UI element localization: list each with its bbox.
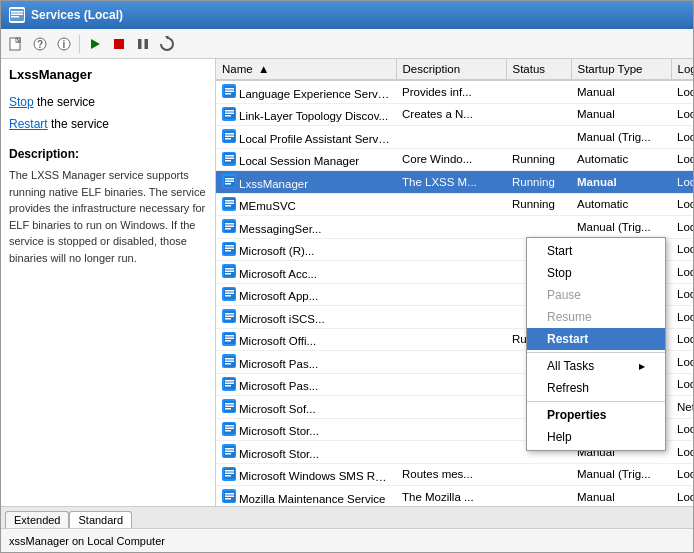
- service-startup-cell: Manual: [571, 486, 671, 507]
- service-status-cell: Running: [506, 171, 571, 194]
- file-toolbar-btn[interactable]: [5, 33, 27, 55]
- context-menu-item-refresh[interactable]: Refresh: [527, 377, 665, 399]
- table-row[interactable]: LxssManagerThe LXSS M...RunningManualLoc: [216, 171, 693, 194]
- col-header-startup[interactable]: Startup Type: [571, 59, 671, 80]
- service-name-cell: Microsoft Pas...: [216, 373, 396, 396]
- service-desc-cell: [396, 328, 506, 351]
- context-menu-item-stop[interactable]: Stop: [527, 262, 665, 284]
- context-menu-item-label: Restart: [547, 332, 588, 346]
- tab-standard[interactable]: Standard: [69, 511, 132, 529]
- svg-rect-36: [225, 200, 234, 202]
- context-menu-item-label: Properties: [547, 408, 606, 422]
- tab-extended[interactable]: Extended: [5, 511, 69, 528]
- context-menu-item-label: Resume: [547, 310, 592, 324]
- context-menu-item-label: All Tasks: [547, 359, 594, 373]
- service-startup-cell: Automatic: [571, 148, 671, 171]
- service-log-cell: Loc: [671, 126, 693, 149]
- table-row[interactable]: Link-Layer Topology Discov...Creates a N…: [216, 103, 693, 126]
- table-row[interactable]: Local Profile Assistant ServiceManual (T…: [216, 126, 693, 149]
- table-scroll[interactable]: Name ▲ Description Status Startup Type: [216, 59, 693, 506]
- info-toolbar-btn[interactable]: i: [53, 33, 75, 55]
- stop-link[interactable]: Stop: [9, 95, 34, 109]
- service-log-cell: Loc: [671, 80, 693, 103]
- service-desc-cell: [396, 238, 506, 261]
- pause-toolbar-btn[interactable]: [132, 33, 154, 55]
- description-title: Description:: [9, 147, 207, 161]
- service-name-cell: LxssManager: [216, 171, 396, 194]
- service-name-cell: Microsoft Pas...: [216, 351, 396, 374]
- service-desc-cell: [396, 418, 506, 441]
- svg-rect-81: [225, 450, 234, 452]
- service-log-cell: Loc: [671, 148, 693, 171]
- service-icon: [222, 467, 236, 481]
- service-status-cell: Running: [506, 193, 571, 216]
- service-name-cell: Microsoft Stor...: [216, 441, 396, 464]
- context-menu-item-label: Pause: [547, 288, 581, 302]
- table-row[interactable]: Microsoft Windows SMS Ro...Routes mes...…: [216, 463, 693, 486]
- service-name-text: Local Profile Assistant Service: [239, 133, 393, 145]
- service-name-cell: Local Profile Assistant Service: [216, 126, 396, 149]
- context-menu-item-help[interactable]: Help: [527, 426, 665, 448]
- service-name-cell: Microsoft iSCS...: [216, 306, 396, 329]
- svg-rect-32: [225, 178, 234, 180]
- submenu-arrow-icon: ▶: [639, 362, 645, 371]
- col-header-description[interactable]: Description: [396, 59, 506, 80]
- service-status-cell: [506, 486, 571, 507]
- svg-rect-76: [225, 425, 234, 427]
- service-icon: [222, 174, 236, 188]
- service-name-cell: MEmuSVC: [216, 193, 396, 216]
- svg-rect-72: [225, 403, 234, 405]
- service-icon: [222, 84, 236, 98]
- service-log-cell: Loc: [671, 103, 693, 126]
- context-menu-item-label: Start: [547, 244, 572, 258]
- context-menu-separator: [527, 352, 665, 353]
- context-menu-item-properties[interactable]: Properties: [527, 404, 665, 426]
- svg-rect-70: [225, 385, 231, 387]
- stop-toolbar-btn[interactable]: [108, 33, 130, 55]
- table-row[interactable]: Language Experience ServiceProvides inf.…: [216, 80, 693, 103]
- svg-rect-25: [225, 135, 234, 137]
- service-name-text: Microsoft (R)...: [239, 245, 314, 257]
- sidebar: LxssManager Stop the service Restart the…: [1, 59, 216, 506]
- service-icon: [222, 219, 236, 233]
- context-menu-item-restart[interactable]: Restart: [527, 328, 665, 350]
- play-toolbar-btn[interactable]: [84, 33, 106, 55]
- service-log-cell: Net: [671, 396, 693, 419]
- service-icon: [222, 107, 236, 121]
- context-menu-item-start[interactable]: Start: [527, 240, 665, 262]
- context-menu-item-all-tasks[interactable]: All Tasks▶: [527, 355, 665, 377]
- restart-link[interactable]: Restart: [9, 117, 48, 131]
- table-row[interactable]: MessagingSer...Manual (Trig...Loc: [216, 216, 693, 239]
- svg-rect-40: [225, 223, 234, 225]
- service-name-text: Microsoft Windows SMS Ro...: [239, 470, 391, 482]
- service-log-cell: Loc: [671, 238, 693, 261]
- service-name-cell: Microsoft Offi...: [216, 328, 396, 351]
- service-name-text: Microsoft iSCS...: [239, 313, 325, 325]
- service-startup-cell: Manual: [571, 103, 671, 126]
- service-icon: [222, 422, 236, 436]
- context-menu: StartStopPauseResumeRestartAll Tasks▶Ref…: [526, 237, 666, 451]
- svg-rect-45: [225, 248, 234, 250]
- col-header-name[interactable]: Name ▲: [216, 59, 396, 80]
- col-header-log[interactable]: Log ...: [671, 59, 693, 80]
- table-row[interactable]: Local Session ManagerCore Windo...Runnin…: [216, 148, 693, 171]
- svg-rect-33: [225, 180, 234, 182]
- service-status-cell: [506, 80, 571, 103]
- service-icon: [222, 287, 236, 301]
- col-header-status[interactable]: Status: [506, 59, 571, 80]
- service-name-text: MEmuSVC: [239, 200, 296, 212]
- service-name-cell: MessagingSer...: [216, 216, 396, 239]
- service-startup-cell: Manual: [571, 171, 671, 194]
- restart-toolbar-btn[interactable]: [156, 33, 178, 55]
- table-row[interactable]: MEmuSVCRunningAutomaticLoc: [216, 193, 693, 216]
- title-bar: Services (Local): [1, 1, 693, 29]
- question-toolbar-btn[interactable]: ?: [29, 33, 51, 55]
- svg-rect-80: [225, 448, 234, 450]
- svg-rect-11: [114, 39, 124, 49]
- service-name-cell: Microsoft (R)...: [216, 238, 396, 261]
- svg-rect-68: [225, 380, 234, 382]
- service-icon: [222, 197, 236, 211]
- svg-rect-38: [225, 205, 231, 207]
- service-status-cell: [506, 126, 571, 149]
- table-row[interactable]: Mozilla Maintenance ServiceThe Mozilla .…: [216, 486, 693, 507]
